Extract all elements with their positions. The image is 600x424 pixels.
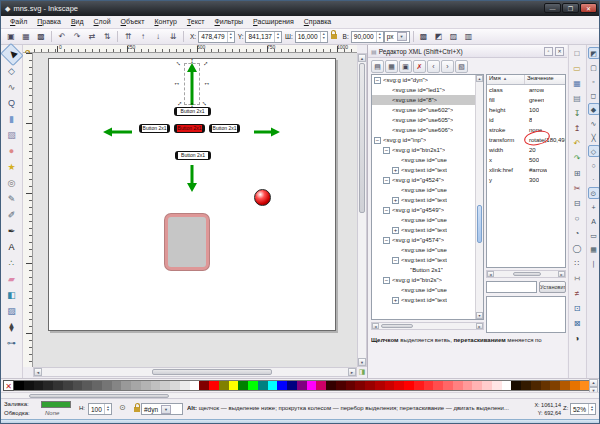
x[interactable]: x500 bbox=[487, 155, 565, 165]
attribute-value-textarea[interactable] bbox=[486, 296, 566, 333]
xml-tree-node[interactable]: <svg:use id="use bbox=[372, 155, 476, 165]
palette-swatch[interactable] bbox=[365, 380, 375, 391]
palette-swatch[interactable] bbox=[433, 380, 443, 391]
xml-tree-node[interactable]: "Button 2s1" bbox=[372, 265, 476, 275]
duplicate-node-button[interactable]: ▣ bbox=[399, 60, 412, 73]
indent-node-button[interactable]: › bbox=[441, 60, 454, 73]
xml-tree-node[interactable]: <svg:use id="use602"> bbox=[372, 105, 476, 115]
menu-item[interactable]: Справка bbox=[299, 16, 336, 28]
spinner-arrows-icon[interactable] bbox=[274, 32, 281, 42]
unlink-clone-button[interactable]: ≠ bbox=[570, 287, 584, 300]
scroll-left-icon[interactable]: ◄ bbox=[34, 368, 42, 376]
print-button[interactable]: ▤ bbox=[570, 92, 584, 105]
canvas[interactable]: Button 2x1 Button 2x1 Button 2x1 Button … bbox=[33, 53, 357, 367]
palette-swatch[interactable] bbox=[82, 380, 92, 391]
palette-swatch[interactable] bbox=[229, 380, 239, 391]
affect-patterns-toggle[interactable]: ▥ bbox=[462, 30, 476, 43]
fill-stroke-dialog-button[interactable]: ◑ bbox=[570, 332, 584, 345]
unindent-node-button[interactable]: ‹ bbox=[427, 60, 440, 73]
undo-button[interactable]: ↶ bbox=[570, 137, 584, 150]
palette-swatch[interactable] bbox=[258, 380, 268, 391]
palette-swatch[interactable] bbox=[180, 380, 190, 391]
xml-tree-node[interactable]: <svg:g id="g4574"> bbox=[372, 235, 476, 245]
xml-tree-hscrollbar[interactable]: ◄ ► bbox=[371, 322, 484, 330]
canvas-button-red[interactable]: Button 2x1 bbox=[174, 124, 205, 133]
xml-tree-node[interactable]: <svg:text id="text bbox=[372, 225, 476, 235]
palette-swatch[interactable] bbox=[492, 380, 502, 391]
box3d-tool[interactable]: ▧ bbox=[3, 127, 21, 142]
scroll-up-icon[interactable]: ▲ bbox=[358, 54, 366, 62]
snap-text-baseline-toggle[interactable]: A bbox=[588, 215, 600, 227]
x-field[interactable]: 478,479 bbox=[198, 31, 235, 43]
palette-swatch[interactable] bbox=[550, 380, 560, 391]
palette-swatch[interactable] bbox=[277, 380, 287, 391]
palette-up-icon[interactable]: ▲ bbox=[589, 379, 598, 387]
palette-swatch[interactable] bbox=[170, 380, 180, 391]
paste-button[interactable]: ⊟ bbox=[570, 197, 584, 210]
xml-tree-node[interactable]: <svg:use id="use bbox=[372, 215, 476, 225]
id[interactable]: id8 bbox=[487, 115, 565, 125]
palette-swatch[interactable] bbox=[453, 380, 463, 391]
palette-swatch[interactable] bbox=[502, 380, 512, 391]
duplicate-button[interactable]: ∷ bbox=[570, 257, 584, 270]
raise-button[interactable]: ↑ bbox=[136, 30, 150, 43]
palette-swatch[interactable] bbox=[580, 380, 590, 391]
vertical-ruler[interactable] bbox=[23, 53, 33, 367]
xml-tree-node[interactable]: <svg:use id="use bbox=[372, 245, 476, 255]
scale-handle-icon[interactable] bbox=[173, 79, 181, 87]
xml-tree-node[interactable]: <svg:use id="use605"> bbox=[372, 115, 476, 125]
palette-swatch[interactable] bbox=[570, 380, 580, 391]
affect-stroke-toggle[interactable]: ▩ bbox=[417, 30, 431, 43]
menu-item[interactable]: Контур bbox=[149, 16, 181, 28]
snap-bbox-edges-toggle[interactable]: ▫ bbox=[588, 75, 600, 87]
palette-swatch[interactable] bbox=[219, 380, 229, 391]
color-managed-view-icon[interactable]: ◨ bbox=[357, 367, 367, 377]
rotate-cw-button[interactable]: ↷ bbox=[70, 30, 84, 43]
expander-icon[interactable] bbox=[392, 297, 399, 304]
palette-swatch[interactable] bbox=[541, 380, 551, 391]
palette-swatch[interactable] bbox=[385, 380, 395, 391]
palette-swatch[interactable] bbox=[375, 380, 385, 391]
expander-icon[interactable] bbox=[392, 197, 399, 204]
palette-swatch[interactable] bbox=[346, 380, 356, 391]
cut-button[interactable]: ✂ bbox=[570, 182, 584, 195]
new-document-button[interactable]: □ bbox=[570, 47, 584, 60]
palette-swatch[interactable] bbox=[336, 380, 346, 391]
import-button[interactable]: ↧ bbox=[570, 107, 584, 120]
spiral-tool[interactable]: ◎ bbox=[3, 175, 21, 190]
bucket-tool[interactable]: ◧ bbox=[3, 287, 21, 302]
xml-tree-node[interactable]: <svg:g id="dyn"> bbox=[372, 75, 476, 85]
select-all-button[interactable]: ▦ bbox=[19, 30, 33, 43]
horizontal-scrollbar[interactable]: ◄ ► bbox=[33, 367, 357, 377]
xml-tree-node[interactable]: <svg:g id="g4524"> bbox=[372, 175, 476, 185]
palette-swatch[interactable] bbox=[209, 380, 219, 391]
scroll-left-icon[interactable]: ◄ bbox=[372, 323, 379, 329]
palette-swatch[interactable] bbox=[92, 380, 102, 391]
green-arrow-right[interactable] bbox=[254, 123, 280, 141]
vertical-scrollbar[interactable]: ▲ ▼ bbox=[357, 53, 367, 367]
xml-tree-node[interactable]: <svg:text id="text bbox=[372, 165, 476, 175]
palette-swatch[interactable] bbox=[121, 380, 131, 391]
palette-swatch[interactable] bbox=[521, 380, 531, 391]
stroke[interactable]: strokenone bbox=[487, 125, 565, 135]
ungroup-button[interactable]: ⊠ bbox=[570, 317, 584, 330]
y-field[interactable]: 841,137 bbox=[245, 31, 282, 43]
fill-color-swatch[interactable] bbox=[41, 401, 71, 408]
maximize-button[interactable]: ❐ bbox=[562, 3, 579, 13]
menu-item[interactable]: Правка bbox=[32, 16, 66, 28]
zoom-field[interactable]: 52% bbox=[570, 403, 596, 415]
panel-close-button[interactable]: ✕ bbox=[555, 47, 564, 56]
snap-enable-toggle[interactable]: ◩ bbox=[588, 47, 600, 59]
scroll-left-icon[interactable]: ◄ bbox=[487, 271, 494, 277]
eraser-tool[interactable]: ▰ bbox=[3, 271, 21, 286]
gray-rounded-rectangle[interactable] bbox=[165, 214, 209, 270]
clone-button[interactable]: ∺ bbox=[570, 272, 584, 285]
palette-swatch[interactable] bbox=[394, 380, 404, 391]
palette-swatch[interactable] bbox=[414, 380, 424, 391]
rectangle-tool[interactable]: ▮ bbox=[3, 111, 21, 126]
scrollbar-thumb[interactable] bbox=[381, 324, 413, 328]
palette-swatch[interactable] bbox=[141, 380, 151, 391]
redo-button[interactable]: ↷ bbox=[570, 152, 584, 165]
scrollbar-thumb[interactable] bbox=[477, 205, 482, 243]
palette-swatch[interactable] bbox=[248, 380, 258, 391]
